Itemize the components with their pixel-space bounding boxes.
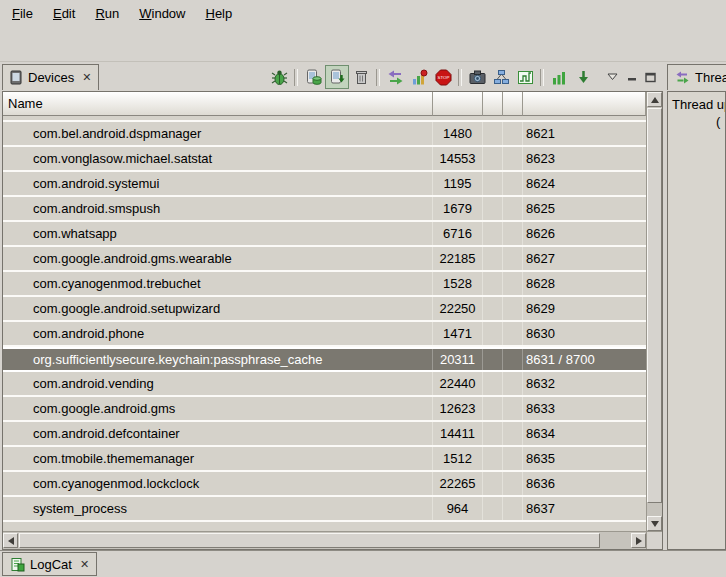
process-port: 8626 (523, 222, 646, 245)
table-row[interactable]: com.android.smspush 1679 8625 (3, 197, 646, 222)
debug-process-button[interactable] (267, 65, 291, 89)
table-row[interactable]: com.cyanogenmod.trebuchet 1528 8628 (3, 272, 646, 297)
update-heap-button[interactable] (301, 65, 325, 89)
horizontal-scrollbar-thumb[interactable] (19, 533, 600, 548)
logcat-icon (10, 557, 25, 572)
minimize-icon (627, 72, 637, 82)
process-name: com.bel.android.dspmanager (3, 122, 433, 145)
stop-process-icon: STOP (435, 69, 452, 86)
process-port: 8629 (523, 297, 646, 320)
process-pid: 6716 (433, 222, 483, 245)
table-row[interactable]: com.google.android.gms 12623 8633 (3, 397, 646, 422)
column-header[interactable] (503, 92, 523, 116)
table-row[interactable]: org.sufficientlysecure.keychain:passphra… (3, 347, 646, 372)
close-icon[interactable]: ✕ (82, 71, 91, 84)
cell-empty (503, 472, 523, 495)
cell-empty (503, 297, 523, 320)
minimize-button[interactable] (622, 68, 641, 87)
update-threads-button[interactable] (383, 65, 407, 89)
dump-hprof-button[interactable] (325, 65, 349, 89)
vertical-scrollbar[interactable] (646, 92, 662, 531)
toolbar-separator (376, 69, 380, 86)
tab-threads-label: Threa (695, 70, 726, 85)
column-header[interactable] (433, 92, 483, 116)
table-row[interactable]: com.android.defcontainer 14411 8634 (3, 422, 646, 447)
process-name: com.google.android.gms.wearable (3, 247, 433, 270)
cell-empty (483, 372, 503, 395)
process-name: com.cyanogenmod.trebuchet (3, 272, 433, 295)
process-port: 8628 (523, 272, 646, 295)
table-row[interactable]: com.bel.android.dspmanager 1480 8621 (3, 122, 646, 147)
process-port: 8625 (523, 197, 646, 220)
hierarchy-view-button[interactable] (489, 65, 513, 89)
process-name: com.android.phone (3, 322, 433, 345)
stop-process-button[interactable]: STOP (431, 65, 455, 89)
menu-item[interactable]: File (2, 2, 43, 25)
tab-devices[interactable]: Devices ✕ (2, 64, 99, 90)
column-header[interactable]: Name (3, 92, 433, 116)
cell-empty (503, 122, 523, 145)
menu-item[interactable]: Window (129, 2, 195, 25)
maximize-button[interactable] (641, 68, 660, 87)
cell-empty (483, 122, 503, 145)
process-port: 8621 (523, 122, 646, 145)
process-name: org.sufficientlysecure.keychain:passphra… (3, 349, 433, 370)
table-row[interactable]: com.android.vending 22440 8632 (3, 372, 646, 397)
opengl-trace-button[interactable] (547, 65, 571, 89)
column-header[interactable] (523, 92, 646, 116)
scroll-down-button[interactable] (647, 516, 662, 531)
process-port: 8633 (523, 397, 646, 420)
systrace-button[interactable] (513, 65, 537, 89)
table-row[interactable]: com.whatsapp 6716 8626 (3, 222, 646, 247)
table-row[interactable]: com.google.android.setupwizard 22250 862… (3, 297, 646, 322)
process-pid: 14411 (433, 422, 483, 445)
devices-panel: Devices ✕ (2, 63, 663, 550)
cell-empty (483, 322, 503, 345)
device-icon (10, 70, 23, 85)
cell-empty (503, 497, 523, 520)
toolbar-separator (540, 69, 544, 86)
hierarchy-view-icon (493, 69, 510, 86)
close-icon[interactable]: ✕ (80, 558, 89, 571)
bottom-tab-strip: LogCat ✕ (0, 551, 726, 577)
screen-capture-icon (469, 69, 486, 86)
process-name: com.google.android.gms (3, 397, 433, 420)
cause-gc-button[interactable] (349, 65, 373, 89)
view-menu-button[interactable] (603, 68, 622, 87)
menu-item[interactable]: Edit (43, 2, 85, 25)
table-row[interactable]: com.tmobile.thememanager 1512 8635 (3, 447, 646, 472)
vertical-scrollbar-thumb[interactable] (647, 108, 662, 503)
table-row[interactable]: com.cyanogenmod.lockclock 22265 8636 (3, 472, 646, 497)
start-method-profiling-button[interactable] (407, 65, 431, 89)
process-port: 8624 (523, 172, 646, 195)
table-row[interactable]: system_process 964 8637 (3, 497, 646, 522)
cell-empty (503, 197, 523, 220)
start-method-profiling-icon (411, 69, 428, 86)
process-port: 8632 (523, 372, 646, 395)
horizontal-scrollbar[interactable] (3, 531, 646, 549)
cell-empty (483, 349, 503, 370)
threads-tabrow: Threa (667, 63, 726, 91)
process-pid: 22265 (433, 472, 483, 495)
cell-empty (483, 497, 503, 520)
table-row[interactable]: com.google.android.gms.wearable 22185 86… (3, 247, 646, 272)
scroll-right-button[interactable] (631, 533, 646, 548)
dump-hprof-icon (329, 69, 346, 86)
tab-threads[interactable]: Threa (667, 64, 726, 90)
scroll-left-button[interactable] (3, 533, 18, 548)
pulldown-trace-button[interactable] (571, 65, 595, 89)
cell-empty (483, 197, 503, 220)
debug-icon (271, 69, 288, 86)
column-header[interactable] (483, 92, 503, 116)
menu-item[interactable]: Run (85, 2, 129, 25)
screen-capture-button[interactable] (465, 65, 489, 89)
process-port: 8627 (523, 247, 646, 270)
table-row[interactable]: com.android.phone 1471 8630 (3, 322, 646, 347)
scroll-up-button[interactable] (647, 92, 662, 107)
tab-logcat[interactable]: LogCat ✕ (2, 552, 97, 576)
menu-item[interactable]: Help (195, 2, 242, 25)
table-row[interactable]: com.vonglasow.michael.satstat 14553 8623 (3, 147, 646, 172)
process-name: com.tmobile.thememanager (3, 447, 433, 470)
cell-empty (483, 472, 503, 495)
table-row[interactable]: com.android.systemui 1195 8624 (3, 172, 646, 197)
